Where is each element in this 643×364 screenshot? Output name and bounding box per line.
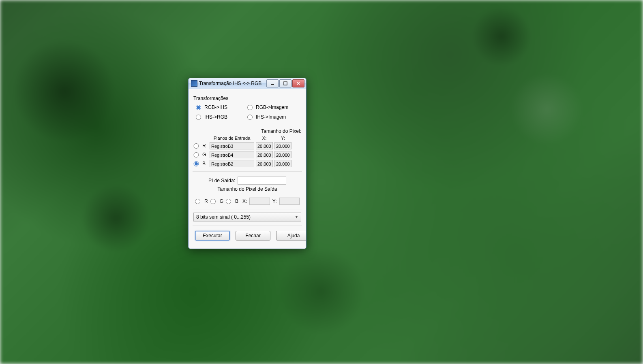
pixel-r-x[interactable]: 20.000: [256, 142, 273, 149]
fechar-button[interactable]: Fechar: [236, 231, 270, 241]
radio-rgb-imagem-label: RGB->Imagem: [256, 104, 288, 110]
radio-rgb-ihs-label: RGB->IHS: [204, 104, 227, 110]
saida-y-label: Y:: [272, 198, 277, 204]
pixel-g-y[interactable]: 20.000: [274, 151, 291, 158]
radio-ihs-rgb-input[interactable]: [196, 115, 201, 120]
transformacoes-section: Transformações RGB->IHS RGB->Imagem IHS-…: [193, 92, 302, 125]
radio-ihs-rgb-label: IHS->RGB: [204, 114, 227, 120]
window-title: Transformação IHS <-> RGB: [199, 81, 264, 86]
maximize-button[interactable]: [279, 79, 291, 87]
pixel-b-y[interactable]: 20.000: [274, 160, 291, 167]
pixel-r-y[interactable]: 20.000: [274, 142, 291, 149]
close-button[interactable]: [292, 79, 304, 87]
button-row: Executar Fechar Ajuda: [193, 230, 301, 241]
saida-rgb-row: R G B X: Y:: [193, 198, 301, 205]
channel-b-radio[interactable]: [193, 161, 199, 166]
planos-header: Planos de Entrada: [210, 136, 254, 140]
saida-b-label: B: [235, 198, 238, 204]
minimize-button[interactable]: [266, 79, 279, 87]
channel-r-label: R: [202, 143, 208, 149]
saida-g-label: G: [220, 198, 223, 204]
entrada-section: Tamanho do Pixel: Planos de Entrada X: Y…: [193, 125, 302, 171]
saida-b-radio[interactable]: [226, 199, 231, 204]
app-icon: [191, 80, 197, 87]
pi-saida-input[interactable]: [238, 177, 286, 185]
plano-b-field[interactable]: RegistroB2: [210, 160, 254, 167]
channel-g-radio[interactable]: [193, 152, 199, 158]
close-icon: [296, 81, 300, 85]
saida-r-radio[interactable]: [195, 199, 200, 204]
saida-section: PI de Saída: Tamanho do Pixel de Saída R…: [193, 171, 302, 209]
y-header: Y:: [274, 136, 291, 140]
svg-rect-1: [284, 82, 287, 85]
transformacoes-options: RGB->IHS RGB->Imagem IHS->RGB IHS->Image…: [193, 104, 301, 121]
pi-saida-label: PI de Saída:: [208, 178, 235, 183]
saida-x-label: X:: [242, 198, 247, 204]
svg-rect-0: [271, 84, 274, 85]
dialog-body: Transformações RGB->IHS RGB->Imagem IHS-…: [189, 89, 306, 249]
titlebar[interactable]: Transformação IHS <-> RGB: [189, 78, 306, 89]
channel-r-radio[interactable]: [193, 143, 199, 149]
radio-rgb-imagem-input[interactable]: [247, 105, 253, 110]
bits-selected: 8 bits sem sinal ( 0...255): [196, 214, 251, 220]
saida-x-field[interactable]: [249, 198, 270, 205]
radio-ihs-rgb[interactable]: IHS->RGB: [196, 114, 247, 120]
saida-y-field[interactable]: [279, 198, 300, 205]
x-header: X:: [256, 136, 273, 140]
pixel-g-x[interactable]: 20.000: [256, 151, 273, 158]
radio-rgb-ihs-input[interactable]: [196, 105, 201, 110]
plano-g-field[interactable]: RegistroB4: [210, 151, 254, 158]
radio-ihs-imagem-label: IHS->Imagem: [256, 114, 286, 120]
ajuda-button[interactable]: Ajuda: [276, 231, 306, 241]
satellite-background: [0, 0, 643, 364]
minimize-icon: [270, 81, 274, 85]
radio-rgb-ihs[interactable]: RGB->IHS: [196, 104, 247, 110]
window-buttons: [266, 79, 304, 87]
button-row-section: Executar Fechar Ajuda: [193, 226, 302, 245]
plano-r-field[interactable]: RegistroB3: [210, 142, 254, 149]
channel-g-label: G: [202, 152, 208, 158]
pi-saida-row: PI de Saída:: [193, 177, 301, 185]
bits-section: 8 bits sem sinal ( 0...255) ▼: [193, 209, 302, 226]
channel-b-label: B: [202, 161, 208, 166]
chevron-down-icon: ▼: [295, 215, 298, 219]
bits-dropdown[interactable]: 8 bits sem sinal ( 0...255) ▼: [193, 213, 301, 221]
saida-r-label: R: [204, 198, 208, 204]
transformacoes-label: Transformações: [193, 96, 301, 101]
ihs-rgb-dialog: Transformação IHS <-> RGB Transformações…: [188, 78, 306, 249]
pixel-b-x[interactable]: 20.000: [256, 160, 273, 167]
executar-button[interactable]: Executar: [195, 231, 230, 241]
maximize-icon: [283, 81, 287, 85]
pixel-saida-label-row: Tamanho do Pixel de Saída: [193, 186, 301, 192]
pixel-size-header: Tamanho do Pixel:: [193, 128, 301, 134]
radio-rgb-imagem[interactable]: RGB->Imagem: [247, 104, 299, 110]
saida-g-radio[interactable]: [210, 199, 216, 204]
radio-ihs-imagem[interactable]: IHS->Imagem: [247, 114, 299, 120]
pixel-saida-label: Tamanho do Pixel de Saída: [218, 186, 277, 192]
radio-ihs-imagem-input[interactable]: [247, 115, 253, 120]
entrada-grid: Planos de Entrada X: Y: R RegistroB3 20.…: [193, 136, 301, 167]
